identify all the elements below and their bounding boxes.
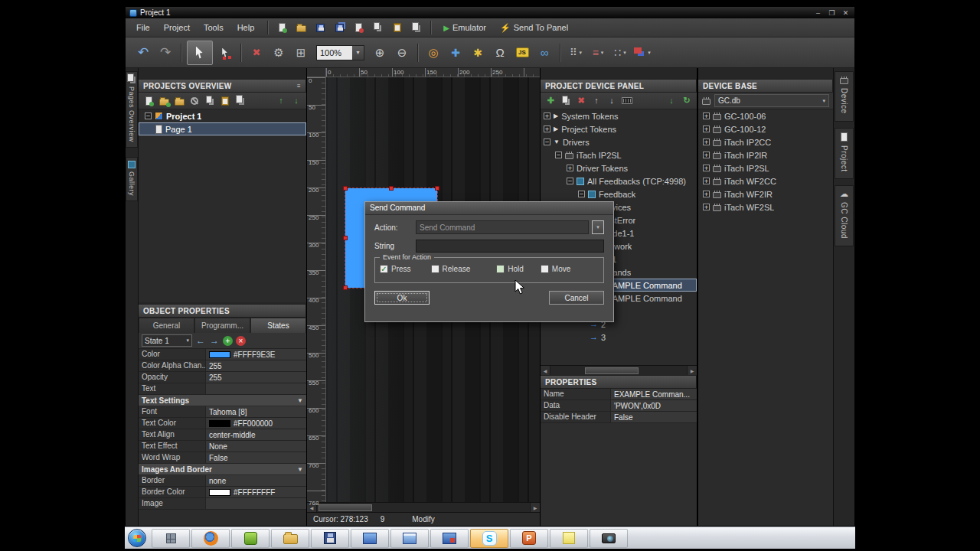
effects-button[interactable]: ✱ [468, 43, 488, 63]
device-base-item[interactable]: +iTach WF2IR [698, 187, 833, 201]
device-base-item[interactable]: +iTach WF2CC [698, 174, 833, 187]
collapse-icon[interactable]: ▼ [297, 466, 303, 473]
property-section-header[interactable]: Text Settings▼ [139, 395, 306, 406]
panel-menu-icon[interactable]: ≡ [297, 83, 301, 90]
close-button[interactable]: ✕ [841, 9, 851, 17]
device-tree-item[interactable]: +Driver Tokens [541, 161, 697, 174]
snap-button[interactable]: ◎ [423, 43, 443, 63]
close-project-button[interactable] [351, 21, 366, 35]
checkbox-press[interactable]: ✓Press [380, 265, 411, 273]
tab-states[interactable]: States [250, 318, 306, 333]
property-row[interactable]: NameEXAMPLE Comman... [541, 389, 697, 400]
checkbox-hold[interactable]: Hold [496, 265, 524, 273]
taskbar-green-app[interactable] [231, 529, 270, 548]
property-row[interactable]: Text EffectNone [139, 441, 306, 452]
expander-icon[interactable]: − [544, 139, 550, 145]
menu-help[interactable]: Help [231, 21, 261, 34]
virtual-keyboard-button[interactable] [621, 95, 633, 107]
scroll-thumb[interactable] [585, 367, 639, 374]
tab-device[interactable]: Device [835, 71, 854, 122]
delete-state-button[interactable]: × [236, 336, 246, 346]
zoom-combobox[interactable]: 100%▾ [316, 45, 364, 60]
device-tree-item[interactable]: −iTach IP2SL [541, 148, 697, 161]
emulator-button[interactable]: ▶ Emulator [438, 21, 492, 34]
zoom-out-button[interactable]: ⊖ [392, 43, 412, 63]
taskbar-firefox[interactable] [191, 529, 230, 548]
pointer-tool-button[interactable] [187, 41, 213, 65]
taskbar-skype[interactable]: S [470, 529, 508, 548]
property-row[interactable]: FontTahoma [8] [139, 406, 306, 418]
property-row[interactable]: Text Color#FF000000 [139, 418, 306, 429]
expander-icon[interactable]: + [703, 178, 710, 184]
property-row[interactable]: Text [139, 383, 306, 395]
expander-icon[interactable]: − [555, 152, 562, 158]
taskbar-folder[interactable] [271, 529, 309, 548]
device-base-item[interactable]: +iTach WF2SL [698, 201, 833, 214]
action-dropdown-button[interactable]: ▾ [592, 220, 604, 234]
expander-icon[interactable]: − [578, 191, 585, 197]
open-folder-button[interactable] [173, 95, 185, 107]
expander-icon[interactable]: + [703, 165, 710, 171]
selection-handle[interactable] [343, 236, 348, 240]
expander-icon[interactable]: + [703, 204, 710, 210]
duplicate-button[interactable] [409, 21, 423, 35]
align-dropdown[interactable]: ≡▾ [588, 43, 608, 63]
copy-button[interactable] [371, 21, 385, 35]
tab-gc-cloud[interactable]: ☁GC Cloud [835, 185, 854, 246]
redo-button[interactable]: ↷ [155, 43, 175, 63]
property-row[interactable]: Opacity255 [139, 372, 306, 383]
database-selector[interactable]: GC.db ▾ [714, 94, 829, 107]
property-row[interactable]: Color#FFFF9E3E [139, 349, 306, 360]
device-base-item[interactable]: +iTach IP2CC [698, 135, 833, 148]
delete-device-button[interactable]: ✖ [575, 95, 587, 107]
expander-icon[interactable]: − [145, 112, 152, 119]
selection-handle[interactable] [389, 186, 394, 191]
checkbox-move[interactable]: Move [541, 265, 570, 273]
string-input[interactable] [416, 240, 604, 253]
property-row[interactable]: Word WrapFalse [139, 452, 306, 464]
grid-options-dropdown[interactable]: ⠿▾ [566, 43, 586, 63]
taskbar-camera[interactable] [590, 529, 628, 548]
script-button[interactable]: JS [512, 43, 532, 63]
scroll-right-icon[interactable]: ▶ [530, 503, 540, 512]
delete-button[interactable]: ✖ [247, 43, 266, 63]
checkbox-box[interactable] [541, 265, 549, 273]
device-tree-item[interactable]: −▼Drivers [541, 135, 697, 148]
property-row[interactable]: Image [139, 498, 306, 510]
transform-button[interactable]: ✚ [446, 43, 466, 63]
project-tree-item[interactable]: −Project 1 [139, 109, 306, 122]
menu-file[interactable]: File [130, 21, 156, 34]
device-tree-item[interactable]: +▶Project Tokens [541, 122, 697, 135]
tab-general[interactable]: General [139, 318, 194, 333]
save-all-button[interactable] [332, 21, 347, 35]
scroll-right-icon[interactable]: ▶ [687, 366, 697, 375]
expander-icon[interactable]: + [703, 152, 710, 158]
tab-programm[interactable]: Programm... [194, 318, 250, 333]
node-tool-button[interactable] [215, 43, 235, 63]
dialog-titlebar[interactable]: Send Command [365, 202, 613, 215]
property-row[interactable]: Disable HeaderFalse [541, 412, 697, 423]
menu-tools[interactable]: Tools [198, 21, 230, 34]
open-project-button[interactable] [294, 21, 309, 35]
maximize-button[interactable]: ❐ [827, 9, 837, 17]
device-tree-item[interactable]: +▶System Tokens [541, 109, 697, 122]
import-driver-button[interactable]: ↓ [665, 95, 678, 107]
scroll-track[interactable] [317, 503, 530, 512]
add-folder-button[interactable] [158, 95, 170, 107]
property-section-header[interactable]: Images And Border▼ [139, 464, 306, 475]
expander-icon[interactable]: + [544, 112, 550, 119]
scroll-thumb[interactable] [318, 504, 372, 511]
copy-device-button[interactable] [560, 95, 572, 107]
start-button[interactable] [128, 529, 146, 547]
selection-handle[interactable] [343, 186, 348, 191]
expander-icon[interactable]: + [544, 126, 550, 132]
taskbar-app-blue-2[interactable] [390, 529, 429, 548]
add-page-button[interactable] [142, 95, 155, 107]
scroll-left-icon[interactable]: ◀ [541, 366, 550, 375]
token-button[interactable]: Ω [490, 43, 510, 63]
duplicate-page-button[interactable] [234, 95, 247, 107]
checkbox-box[interactable]: ✓ [380, 265, 388, 273]
expander-icon[interactable]: + [567, 165, 573, 171]
selection-handle[interactable] [343, 285, 348, 290]
save-button[interactable] [313, 21, 328, 35]
